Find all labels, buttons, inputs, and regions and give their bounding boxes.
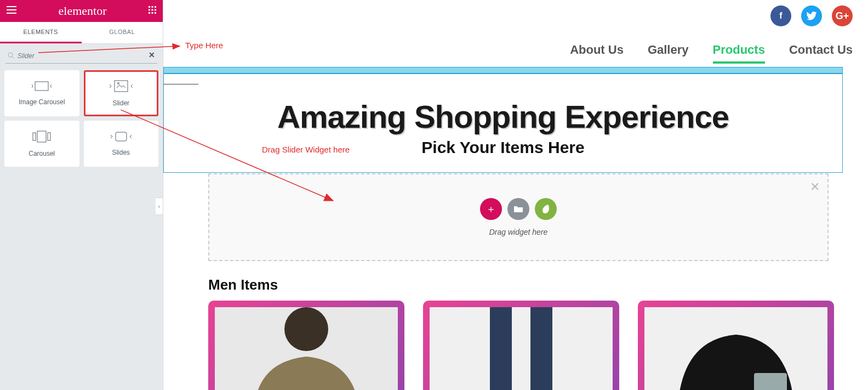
- slider-icon: [109, 80, 133, 94]
- svg-rect-8: [155, 12, 156, 14]
- widget-slider[interactable]: Slider: [84, 70, 159, 116]
- panel-tabs: ELEMENTS GLOBAL: [0, 22, 163, 44]
- slides-icon: [110, 132, 132, 143]
- product-card[interactable]: [208, 301, 404, 390]
- widget-label: Carousel: [28, 150, 55, 157]
- brand-title: elementor: [59, 4, 107, 18]
- hero-section[interactable]: Amazing Shopping Experience Pick Your It…: [163, 74, 843, 173]
- menu-icon[interactable]: [7, 6, 16, 16]
- nav-products[interactable]: Products: [713, 43, 765, 64]
- svg-rect-19: [430, 307, 613, 390]
- hero-title: Amazing Shopping Experience: [164, 98, 842, 135]
- svg-rect-21: [754, 373, 787, 390]
- section-title: Men Items: [208, 276, 278, 293]
- dropzone-actions: ＋: [480, 198, 557, 220]
- apps-icon[interactable]: [149, 6, 156, 16]
- svg-rect-4: [152, 9, 153, 11]
- panel-header: elementor: [0, 0, 163, 22]
- main-nav: About Us Gallery Products Contact Us: [570, 43, 853, 64]
- widget-label: Slider: [112, 99, 129, 107]
- nav-contact[interactable]: Contact Us: [789, 43, 853, 64]
- twitter-icon[interactable]: [801, 5, 822, 26]
- svg-rect-16: [116, 132, 127, 141]
- widget-grid: Image Carousel Slider Carousel Slides: [0, 67, 163, 170]
- carousel-icon: [32, 131, 52, 144]
- nav-gallery[interactable]: Gallery: [648, 43, 689, 64]
- product-cards: [208, 301, 834, 390]
- panel-collapse-button[interactable]: ‹: [156, 197, 163, 215]
- widget-dropzone[interactable]: ✕ ＋ Drag widget here: [208, 173, 829, 261]
- widget-slides[interactable]: Slides: [84, 121, 159, 167]
- template-library-button[interactable]: [507, 198, 529, 220]
- elementor-panel: elementor ELEMENTS GLOBAL ✕ Image Carous…: [0, 0, 163, 390]
- envato-button[interactable]: [535, 198, 557, 220]
- facebook-icon[interactable]: f: [770, 5, 791, 26]
- hero-subtitle: Pick Your Items Here: [164, 138, 842, 157]
- svg-rect-6: [149, 12, 150, 14]
- svg-rect-7: [152, 12, 153, 14]
- nav-about[interactable]: About Us: [570, 43, 624, 64]
- google-plus-icon[interactable]: G+: [832, 5, 853, 26]
- social-bar: f G+: [770, 5, 853, 26]
- tab-elements[interactable]: ELEMENTS: [0, 22, 82, 43]
- widget-search-input[interactable]: [5, 48, 157, 64]
- clear-search-icon[interactable]: ✕: [149, 50, 155, 59]
- svg-rect-10: [35, 82, 48, 91]
- add-section-button[interactable]: ＋: [480, 198, 502, 220]
- svg-rect-15: [48, 133, 50, 140]
- svg-rect-1: [152, 6, 153, 8]
- close-icon[interactable]: ✕: [810, 180, 820, 194]
- product-image: [430, 307, 613, 390]
- search-wrap: ✕: [0, 44, 163, 67]
- editor-canvas: f G+ About Us Gallery Products Contact U…: [163, 0, 868, 390]
- tab-global[interactable]: GLOBAL: [82, 22, 163, 43]
- product-card[interactable]: [423, 301, 619, 390]
- product-card[interactable]: [638, 301, 834, 390]
- svg-point-12: [117, 82, 119, 84]
- widget-label: Slides: [112, 149, 130, 156]
- widget-label: Image Carousel: [19, 98, 65, 106]
- svg-rect-0: [149, 6, 150, 8]
- svg-point-9: [8, 53, 13, 57]
- dropzone-label: Drag widget here: [489, 228, 548, 236]
- svg-rect-2: [155, 6, 156, 8]
- svg-rect-14: [33, 133, 36, 140]
- search-icon: [8, 52, 15, 61]
- svg-point-18: [284, 307, 328, 351]
- section-top-border: [163, 67, 843, 74]
- svg-rect-11: [115, 81, 128, 92]
- svg-rect-5: [155, 9, 156, 11]
- widget-image-carousel[interactable]: Image Carousel: [4, 70, 79, 116]
- product-image: [215, 307, 398, 390]
- widget-carousel[interactable]: Carousel: [4, 121, 79, 167]
- svg-rect-3: [149, 9, 150, 11]
- product-image: [644, 307, 827, 390]
- image-carousel-icon: [32, 81, 52, 93]
- svg-rect-13: [37, 131, 46, 142]
